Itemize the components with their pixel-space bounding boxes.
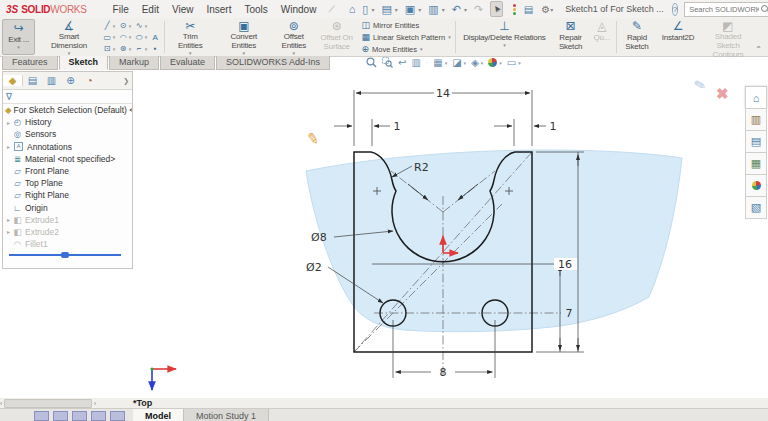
collapse-ribbon-chevron-icon[interactable]: ⌃ (755, 45, 768, 56)
polygon-tool-icon[interactable]: ⊛ (119, 44, 128, 53)
open-icon[interactable]: ▤ (381, 4, 391, 15)
help-circle-icon[interactable]: ? (672, 3, 678, 16)
quick-snaps-button[interactable]: ◬ Qu... (590, 18, 614, 56)
display-style-icon[interactable]: ◪ (452, 57, 461, 68)
tab-model[interactable]: Model (133, 409, 184, 421)
tree-item-material[interactable]: ≣ Material <not specified> (3, 153, 132, 165)
display-delete-relations-button[interactable]: ⊥ Display/Delete Relations ▾ (458, 18, 552, 56)
view-settings-caret-icon[interactable]: ▾ (518, 60, 521, 66)
view-settings-icon[interactable]: ▭ (507, 57, 516, 68)
options-gear-icon[interactable]: ⚙ (541, 4, 550, 15)
tab-motion-study[interactable]: Motion Study 1 (184, 409, 269, 421)
file-explorer-icon[interactable]: ▤ (745, 131, 767, 153)
zoom-to-fit-icon[interactable] (366, 57, 377, 68)
convert-entities-button[interactable]: ▣ Convert Entities ▾ (214, 18, 274, 56)
pane-splitter-buttons[interactable] (34, 409, 125, 421)
search-box[interactable]: ▾ (684, 2, 768, 17)
rollback-bar[interactable] (9, 254, 121, 256)
linear-sketch-pattern-button[interactable]: ▦ Linear Sketch Pattern ▾ (361, 32, 450, 42)
linear-pattern-caret-icon[interactable]: ▾ (448, 34, 451, 40)
hide-show-items-icon[interactable]: ◈ (471, 57, 479, 68)
horizontal-scrollbar[interactable]: ‹ › (0, 399, 96, 408)
options-caret-icon[interactable]: ▾ (550, 6, 553, 13)
expand-arrow-icon[interactable]: ▸ (5, 228, 12, 235)
home-tab-icon[interactable]: ⌂ (745, 86, 767, 109)
tree-item-front-plane[interactable]: ▱ Front Plane (3, 165, 132, 177)
offset-entities-button[interactable]: ⊚ Offset Entities ▾ (274, 18, 314, 56)
dimxpert-tab-icon[interactable]: ⊕ (61, 75, 80, 86)
tab-markup[interactable]: Markup (109, 56, 159, 70)
ellipse-tool-icon[interactable]: ⬭ (135, 33, 144, 42)
tree-item-origin[interactable]: ∟ Origin (3, 202, 132, 214)
text-tool-icon[interactable]: A (151, 33, 160, 42)
cancel-sketch-icon[interactable]: ✖ (716, 85, 729, 103)
tree-item-sensors[interactable]: ◎ Sensors (3, 128, 132, 140)
tree-item-extrude1[interactable]: ▸ ◧ Extrude1 (3, 214, 132, 226)
edit-appearance-icon[interactable] (488, 58, 497, 67)
fillet-tool-icon[interactable]: ⌐ (135, 44, 144, 53)
arc-tool-icon[interactable]: ◠ (119, 33, 128, 42)
rebuild-traffic-light-icon[interactable] (513, 4, 516, 15)
tree-item-fillet1[interactable]: ◠ Fillet1 (3, 238, 132, 250)
hide-show-caret-icon[interactable]: ▾ (481, 60, 484, 66)
file-properties-icon[interactable]: ▤ (524, 4, 533, 15)
tab-features[interactable]: Features (2, 56, 58, 70)
menu-file[interactable]: File (113, 4, 129, 15)
circle-tool-icon[interactable]: ⊙ (119, 21, 128, 30)
tree-item-top-plane[interactable]: ▱ Top Plane (3, 177, 132, 189)
rectangle-tool-icon[interactable]: ▭ (103, 33, 112, 42)
move-caret-icon[interactable]: ▾ (420, 46, 423, 52)
new-document-icon[interactable]: ▯ (362, 4, 368, 15)
mirror-entities-button[interactable]: ◫ Mirror Entities (361, 20, 450, 30)
repair-sketch-button[interactable]: ⊠ Repair Sketch (551, 18, 589, 56)
slot-tool-icon[interactable]: ⊡ (103, 44, 112, 53)
exit-caret-icon[interactable]: ▾ (17, 44, 20, 50)
search-icon[interactable] (761, 5, 768, 13)
view-orientation-caret-icon[interactable]: ▾ (445, 60, 448, 66)
tree-root[interactable]: ◆ For Sketch Selection (Default) <<Def (3, 104, 132, 116)
expand-arrow-icon[interactable]: ▸ (5, 119, 12, 126)
view-palette-icon[interactable]: ▦ (745, 153, 767, 175)
expand-arrow-icon[interactable]: ▸ (5, 143, 12, 150)
menu-window[interactable]: Window (281, 4, 317, 15)
open-caret-icon[interactable]: ▾ (395, 6, 398, 13)
panel-expand-icon[interactable]: ❯ (123, 77, 132, 85)
instant2d-button[interactable]: ∠ Instant2D (655, 18, 701, 56)
display-delete-caret-icon[interactable]: ▾ (503, 42, 506, 48)
appearance-caret-icon[interactable]: ▾ (499, 60, 502, 66)
configuration-manager-tab-icon[interactable]: ▥ (42, 75, 61, 86)
new-caret-icon[interactable]: ▾ (371, 6, 374, 13)
feature-tree-tab-icon[interactable]: ◆ (3, 75, 23, 86)
search-input[interactable] (687, 4, 761, 15)
tree-item-extrude2[interactable]: ▸ ◧ Extrude2 (3, 226, 132, 238)
save-caret-icon[interactable]: ▾ (418, 6, 421, 13)
pin-icon[interactable]: ⟋ (328, 4, 334, 15)
scroll-right-icon[interactable]: › (94, 400, 96, 407)
menu-tools[interactable]: Tools (244, 4, 267, 15)
confirm-sketch-icon[interactable]: ✎ (692, 76, 707, 94)
tab-evaluate[interactable]: Evaluate (160, 56, 215, 70)
exit-sketch-button[interactable]: ↪ Exit ... ▾ (2, 19, 35, 55)
point-tool-icon[interactable]: ▪ (151, 44, 160, 53)
zoom-to-area-icon[interactable] (382, 57, 393, 68)
tree-item-annotations[interactable]: ▸ A Annotations (3, 141, 132, 153)
appearances-icon[interactable] (745, 175, 767, 197)
tab-solidworks-addins[interactable]: SOLIDWORKS Add-Ins (216, 56, 330, 70)
tree-item-right-plane[interactable]: ▱ Right Plane (3, 189, 132, 201)
tree-item-history[interactable]: ▸ ◴ History (3, 116, 132, 128)
tree-filter[interactable]: ∇ (3, 90, 132, 104)
section-view-icon[interactable]: ▥ (411, 57, 420, 68)
print-caret-icon[interactable]: ▾ (442, 6, 445, 13)
undo-icon[interactable]: ↶ (452, 4, 461, 15)
design-library-icon[interactable]: ▥ (745, 109, 767, 131)
redo-icon[interactable]: ↷ (474, 4, 483, 15)
save-icon[interactable]: ▣ (405, 4, 415, 15)
menu-edit[interactable]: Edit (142, 4, 159, 15)
move-entities-button[interactable]: ⊕ Move Entities ▾ (361, 44, 450, 54)
tab-sketch[interactable]: Sketch (59, 56, 109, 70)
line-tool-icon[interactable]: ╱ (103, 21, 112, 30)
property-manager-tab-icon[interactable]: ▤ (23, 75, 42, 86)
undo-caret-icon[interactable]: ▾ (464, 6, 467, 13)
menu-view[interactable]: View (172, 4, 194, 15)
previous-view-icon[interactable]: ↩ (398, 57, 406, 68)
